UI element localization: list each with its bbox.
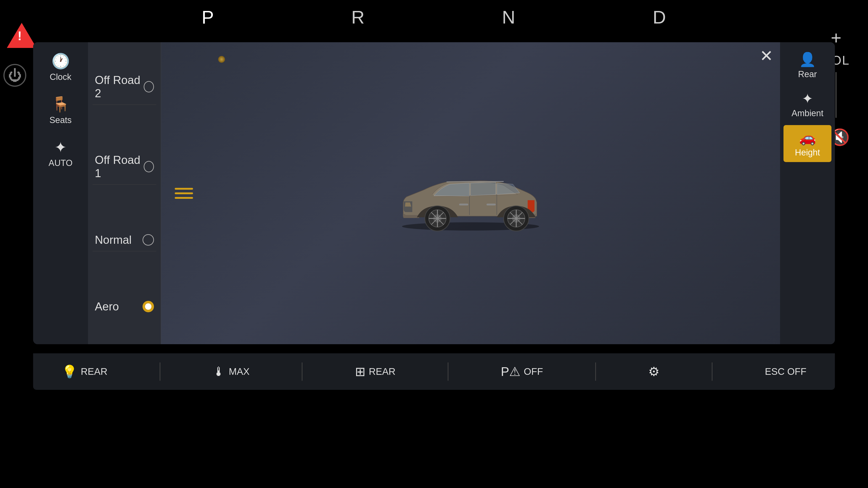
- divider-5: [712, 362, 712, 381]
- ambient-label: Ambient: [792, 108, 823, 118]
- aero-radio[interactable]: [143, 301, 154, 312]
- bottom-suspension[interactable]: ⚙: [644, 362, 664, 381]
- main-screen: 🕐 Clock 🪑 Seats ✦ AUTO Off Road 2 Off Ro…: [33, 42, 835, 344]
- sidebar-item-rear[interactable]: 👤 Rear: [783, 47, 832, 84]
- ambient-icon: ✦: [802, 91, 813, 107]
- divider-2: [302, 362, 303, 381]
- car-illustration: [385, 153, 556, 233]
- heat-icon: 🌡: [213, 364, 225, 379]
- offroad2-label: Off Road 2: [95, 73, 144, 100]
- gear-n: N: [502, 7, 516, 28]
- height-slider[interactable]: [175, 188, 193, 199]
- bottom-parking-off[interactable]: P⚠ OFF: [496, 362, 548, 381]
- aero-label: Aero: [95, 300, 119, 313]
- sidebar-item-ambient[interactable]: ✦ Ambient: [783, 86, 832, 123]
- divider-1: [160, 362, 160, 381]
- hazard-triangle-icon: [7, 23, 36, 48]
- rear-light-icon: 💡: [62, 364, 78, 379]
- svg-line-19: [446, 182, 504, 182]
- close-button[interactable]: ✕: [757, 47, 775, 65]
- slider-line-2: [175, 192, 193, 194]
- suspension-icon: ⚙: [648, 364, 659, 379]
- clock-label: Clock: [50, 72, 71, 82]
- seat-heat-icon: ⊞: [355, 364, 366, 379]
- gear-r: R: [351, 7, 365, 28]
- slider-line-1: [175, 188, 193, 190]
- sidebar-item-seats[interactable]: 🪑 Seats: [38, 92, 83, 129]
- bottom-status-bar: 💡 REAR 🌡 MAX ⊞ REAR P⚠ OFF ⚙ ESC OFF: [33, 353, 835, 390]
- seat-rear-label: REAR: [369, 366, 396, 377]
- svg-rect-18: [487, 204, 496, 205]
- sidebar-item-clock[interactable]: 🕐 Clock: [38, 49, 83, 85]
- car-display: ✕: [161, 42, 780, 344]
- parking-icon: P⚠: [501, 364, 520, 379]
- rear-icon: 👤: [799, 51, 816, 68]
- esc-off-label: ESC OFF: [765, 366, 806, 377]
- auto-icon: ✦: [54, 139, 67, 156]
- gear-bar: P R N D: [0, 7, 868, 28]
- bottom-seat-rear[interactable]: ⊞ REAR: [350, 362, 400, 381]
- offroad2-radio[interactable]: [144, 81, 154, 92]
- svg-rect-17: [459, 204, 468, 205]
- divider-3: [448, 362, 448, 381]
- sidebar-item-auto[interactable]: ✦ AUTO: [38, 135, 83, 171]
- slider-line-3: [175, 197, 193, 199]
- gear-d: D: [653, 7, 666, 28]
- rear-light-label: REAR: [81, 366, 107, 377]
- bottom-heat-max[interactable]: 🌡 MAX: [208, 362, 254, 381]
- normal-radio[interactable]: [143, 234, 154, 246]
- offroad1-radio[interactable]: [144, 161, 154, 172]
- bottom-esc-off[interactable]: ESC OFF: [760, 364, 811, 379]
- parking-label: OFF: [524, 366, 543, 377]
- seats-label: Seats: [49, 115, 71, 125]
- height-label: Height: [795, 148, 820, 158]
- menu-option-aero[interactable]: Aero: [93, 295, 156, 318]
- right-sidebar: 👤 Rear ✦ Ambient 🚗 Height: [780, 42, 835, 344]
- hazard-button[interactable]: [7, 23, 36, 53]
- rear-label: Rear: [798, 69, 817, 79]
- height-icon: 🚗: [799, 130, 816, 146]
- divider-4: [595, 362, 596, 381]
- seats-icon: 🪑: [52, 96, 70, 113]
- auto-label: AUTO: [49, 158, 73, 168]
- sidebar-item-height[interactable]: 🚗 Height: [783, 125, 832, 162]
- menu-option-offroad2[interactable]: Off Road 2: [93, 69, 156, 105]
- normal-label: Normal: [95, 233, 131, 247]
- left-sidebar: 🕐 Clock 🪑 Seats ✦ AUTO: [33, 42, 88, 344]
- gear-p[interactable]: P: [202, 7, 214, 28]
- power-button[interactable]: ⏻: [3, 64, 26, 87]
- light-dot: [218, 56, 225, 63]
- offroad1-label: Off Road 1: [95, 153, 144, 180]
- bottom-rear-light[interactable]: 💡 REAR: [57, 362, 112, 381]
- radio-selected-dot: [145, 303, 151, 310]
- menu-option-normal[interactable]: Normal: [93, 229, 156, 251]
- menu-panel: Off Road 2 Off Road 1 Normal Aero: [88, 42, 161, 344]
- clock-icon: 🕐: [52, 53, 70, 70]
- heat-label: MAX: [229, 366, 249, 377]
- power-icon: ⏻: [8, 68, 22, 83]
- menu-option-offroad1[interactable]: Off Road 1: [93, 149, 156, 185]
- volume-line: [836, 72, 836, 118]
- close-icon: ✕: [760, 46, 773, 65]
